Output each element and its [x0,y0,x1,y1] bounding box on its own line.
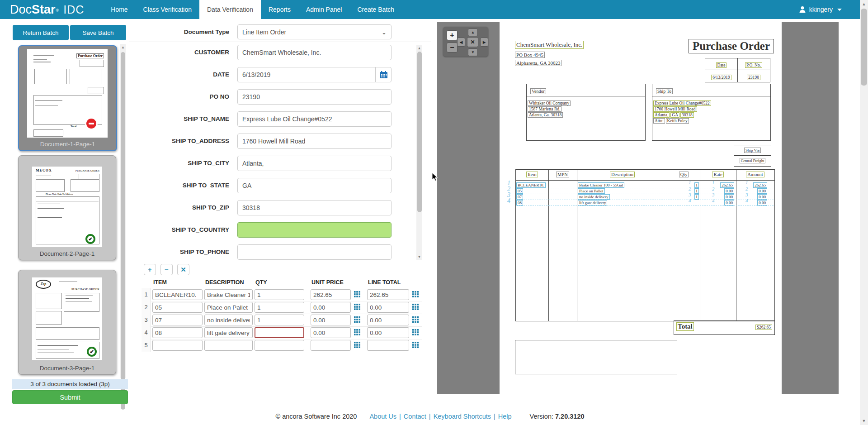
line-total-lookup-button[interactable] [411,341,420,349]
ship-to-phone-field[interactable] [237,244,392,260]
qty-input[interactable] [255,340,304,351]
scroll-up-icon[interactable]: ▲ [120,45,126,49]
doc-amount-zone[interactable]: 0.00 [757,200,767,205]
ship-to-state-field[interactable] [237,178,392,193]
unit-price-input[interactable] [311,302,351,313]
tab-data-verification[interactable]: Data Verification [199,0,261,19]
pan-right-button[interactable]: ▶ [480,38,488,47]
line-total-input[interactable] [367,315,409,325]
doc-qty-zone[interactable]: 1 [694,182,699,188]
unit-price-lookup-button[interactable] [353,303,361,311]
save-batch-button[interactable]: Save Batch [70,25,126,40]
doc-amount-zone[interactable]: 262.65 [753,182,767,188]
doc-address2-zone[interactable]: Alpharetta, GA 30023 [515,60,561,66]
tab-class-verification[interactable]: Class Verification [136,0,199,19]
scroll-down-icon[interactable]: ▼ [860,419,868,423]
zoom-out-button[interactable]: − [447,43,458,53]
pan-left-button[interactable]: ◀ [457,38,465,47]
description-input[interactable] [204,302,253,313]
form-scrollbar[interactable]: ▲ ▼ [416,45,422,260]
doc-rate-header-zone[interactable]: Rate [712,172,723,177]
unit-price-input[interactable] [311,340,351,351]
scrollbar-thumb[interactable] [861,9,867,86]
tab-home[interactable]: Home [103,0,135,19]
description-input[interactable] [204,289,253,300]
line-total-input[interactable] [367,340,409,351]
keyboard-shortcuts-link[interactable]: Keyboard Shortcuts [434,413,491,420]
doc-ship-via-label-zone[interactable]: Ship Via [744,148,761,153]
line-total-lookup-button[interactable] [411,316,420,324]
doc-amount-zone[interactable]: 0.00 [757,194,767,200]
zoom-in-button[interactable]: + [447,30,458,40]
line-total-lookup-button[interactable] [411,329,420,337]
scrollbar-thumb[interactable] [417,52,422,212]
doc-item-zone[interactable]: 08 [516,200,523,205]
unit-price-lookup-button[interactable] [353,291,361,299]
help-link[interactable]: Help [498,413,512,420]
date-picker-button[interactable] [375,67,392,82]
user-menu[interactable]: kkingery [799,0,842,19]
line-total-input[interactable] [367,302,409,313]
qty-input[interactable] [255,315,304,325]
doc-item-zone[interactable]: 05 [516,188,523,194]
clear-rows-button[interactable]: ✕ [177,264,189,275]
ship-to-country-field[interactable] [237,222,392,238]
unit-price-input[interactable] [311,315,351,325]
submit-button[interactable]: Submit [12,390,128,404]
doc-address1-zone[interactable]: PO Box 4945 [515,52,545,58]
document-thumbnail-3[interactable]: Zep PURCHASE ORDER ✔ Document-3-Page-1 [18,270,116,375]
unit-price-lookup-button[interactable] [353,341,361,349]
doc-date-header-zone[interactable]: Date [716,62,727,68]
doc-rate-zone[interactable]: 0.00 [724,200,734,205]
item-input[interactable] [152,302,203,313]
tab-create-batch[interactable]: Create Batch [349,0,402,19]
window-scrollbar[interactable]: ▲ ▼ [860,0,868,425]
doc-item-zone[interactable]: BCLEANER10. [516,182,546,188]
doc-vendor-city-zone[interactable]: Atlanta, Ga. 30318 [528,112,563,118]
document-thumbnail-2[interactable]: MECOX PURCHASE ORDER Please Note Ship To… [18,155,116,260]
doc-vendor-label-zone[interactable]: Vendor [530,88,546,94]
document-type-select[interactable]: Line Item Order ⌄ [237,24,392,39]
doc-description-zone[interactable]: Brake Cleaner 100 - 55Gal [578,182,624,188]
doc-attn-label-zone[interactable]: Attn: [653,118,665,124]
doc-description-header-zone[interactable]: Description [610,172,635,177]
ship-to-name-field[interactable] [237,111,392,127]
line-total-lookup-button[interactable] [411,291,420,299]
qty-input[interactable] [255,302,304,313]
doc-po-value-zone[interactable]: 23190 [747,75,760,80]
doc-amount-header-zone[interactable]: Amount [746,172,764,177]
tab-reports[interactable]: Reports [261,0,298,19]
pan-down-button[interactable]: ▼ [468,48,478,56]
unit-price-lookup-button[interactable] [353,329,361,337]
qty-input[interactable] [255,289,304,300]
unit-price-input[interactable] [311,327,351,338]
doc-date-value-zone[interactable]: 6/13/2019 [711,75,731,80]
unit-price-input[interactable] [311,289,351,300]
doc-company-zone[interactable]: ChemSmart Wholesale, Inc. [515,41,584,49]
item-input[interactable] [152,289,203,300]
reset-view-button[interactable]: ✕ [467,37,478,47]
ship-to-zip-field[interactable] [237,200,392,215]
doc-qty-zone[interactable]: 1 [694,194,699,200]
add-row-button[interactable]: + [144,264,156,275]
doc-description-zone[interactable]: Place on Pallet [578,188,605,194]
doc-description-zone[interactable]: lift gate delivery [578,200,607,205]
item-input[interactable] [152,315,203,325]
qty-input-error[interactable] [255,327,304,338]
description-input[interactable] [204,340,253,351]
line-total-lookup-button[interactable] [411,303,420,311]
description-input[interactable] [204,327,253,338]
doc-total-value-zone[interactable]: $262.65 [755,325,772,330]
doc-total-label-zone[interactable]: Total [676,322,694,331]
doc-description-zone[interactable]: no inside delivery [578,194,610,200]
about-us-link[interactable]: About Us [369,413,396,420]
doc-item-header-zone[interactable]: Item [526,172,538,177]
doc-po-header-zone[interactable]: P.O. No. [745,62,762,68]
ship-to-address-field[interactable] [237,134,392,149]
scroll-up-icon[interactable]: ▲ [416,46,422,50]
remove-document-icon[interactable] [86,119,96,129]
doc-qty-header-zone[interactable]: Qty [679,172,689,177]
description-input[interactable] [204,315,253,325]
doc-amount-zone[interactable]: 0.00 [757,188,767,194]
document-thumbnail-1[interactable]: Purchase Order Total Document-1-Page-1 [18,45,117,151]
